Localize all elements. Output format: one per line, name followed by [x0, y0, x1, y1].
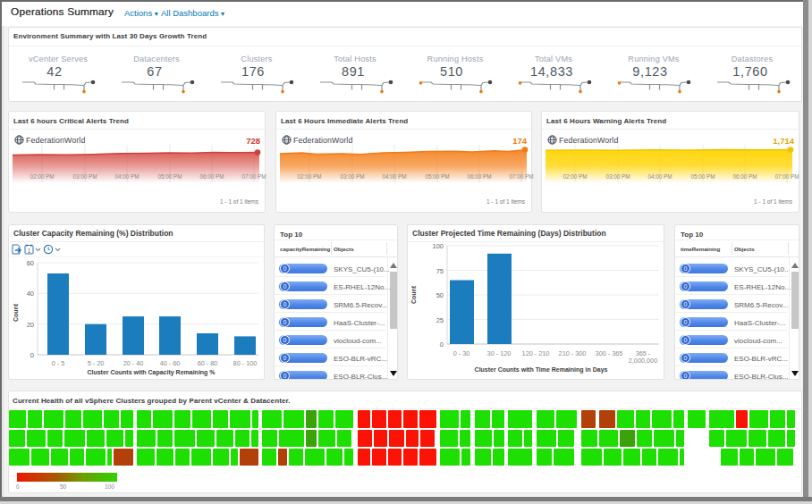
svg-text:05:00 PM: 05:00 PM — [426, 173, 450, 180]
svg-text:0: 0 — [440, 340, 444, 349]
svg-text:0 - 30: 0 - 30 — [453, 349, 470, 357]
svg-text:Cluster Counts with Time Remai: Cluster Counts with Time Remaining in Da… — [475, 366, 608, 374]
svg-text:5 - 20: 5 - 20 — [88, 359, 105, 367]
svg-text:0: 0 — [30, 351, 34, 359]
svg-text:50: 50 — [436, 291, 444, 299]
svg-text:40: 40 — [27, 290, 34, 298]
svg-text:05:00 PM: 05:00 PM — [158, 173, 182, 180]
svg-text:Cluster Counts with Capacity R: Cluster Counts with Capacity Remaining % — [87, 369, 216, 376]
svg-text:100: 100 — [432, 242, 444, 250]
svg-text:0 - 5: 0 - 5 — [52, 359, 65, 367]
svg-text:06:00 PM: 06:00 PM — [200, 173, 224, 180]
svg-text:07:00 PM: 07:00 PM — [242, 173, 266, 180]
svg-text:60: 60 — [27, 259, 34, 267]
svg-text:300 - 365: 300 - 365 — [596, 349, 623, 357]
svg-text:05:00 PM: 05:00 PM — [691, 173, 715, 180]
svg-text:2,000,000: 2,000,000 — [629, 357, 657, 365]
svg-text:03:00 PM: 03:00 PM — [341, 173, 365, 180]
svg-text:04:00 PM: 04:00 PM — [383, 173, 407, 180]
svg-text:04:00 PM: 04:00 PM — [648, 173, 672, 180]
svg-text:25: 25 — [436, 316, 444, 324]
svg-text:07:00 PM: 07:00 PM — [775, 173, 799, 180]
svg-text:80 - 100: 80 - 100 — [233, 359, 258, 367]
svg-text:03:00 PM: 03:00 PM — [73, 173, 97, 180]
svg-text:30 - 120: 30 - 120 — [487, 349, 512, 357]
svg-text:120 - 210: 120 - 210 — [522, 349, 550, 357]
svg-text:1: 1 — [28, 248, 31, 254]
svg-text:02:00 PM: 02:00 PM — [298, 173, 322, 180]
svg-text:75: 75 — [436, 267, 444, 275]
svg-text:02:00 PM: 02:00 PM — [563, 173, 588, 180]
svg-text:07:00 PM: 07:00 PM — [510, 173, 534, 180]
svg-text:04:00 PM: 04:00 PM — [115, 173, 140, 180]
svg-text:60 - 80: 60 - 80 — [198, 359, 218, 367]
svg-text:06:00 PM: 06:00 PM — [733, 173, 757, 180]
svg-text:40 - 60: 40 - 60 — [160, 359, 181, 367]
svg-text:Count: Count — [13, 303, 19, 322]
svg-text:02:00 PM: 02:00 PM — [30, 173, 55, 180]
svg-text:Count: Count — [410, 285, 417, 304]
svg-text:06:00 PM: 06:00 PM — [468, 173, 492, 180]
svg-text:20 - 40: 20 - 40 — [123, 359, 144, 367]
svg-text:210 - 300: 210 - 300 — [559, 349, 587, 357]
svg-text:20: 20 — [27, 321, 34, 329]
svg-text:03:00 PM: 03:00 PM — [606, 173, 630, 180]
